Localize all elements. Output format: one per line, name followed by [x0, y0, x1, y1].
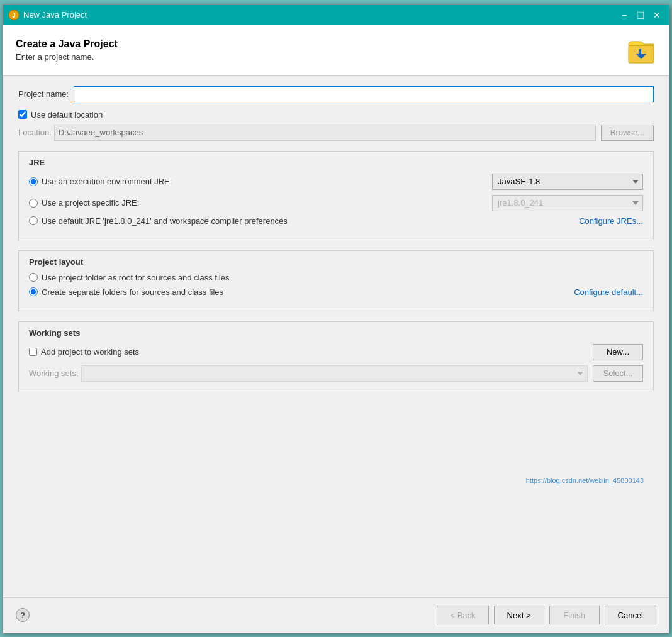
configure-default-link[interactable]: Configure default... — [574, 287, 643, 297]
jre-project-specific-row: Use a project specific JRE: jre1.8.0_241 — [29, 195, 643, 211]
location-label: Location: — [18, 128, 52, 137]
location-input — [54, 125, 596, 141]
header-section: Create a Java Project Enter a project na… — [3, 25, 669, 76]
jre-default-row: Use default JRE 'jre1.8.0_241' and works… — [29, 216, 643, 226]
layout-folder-root-radio[interactable] — [29, 273, 38, 282]
location-row: Location: Browse... — [18, 125, 654, 141]
bottom-right: < Back Next > Finish Cancel — [437, 606, 656, 624]
layout-folder-root-row: Use project folder as root for sources a… — [29, 273, 643, 282]
finish-button[interactable]: Finish — [549, 606, 600, 624]
header-subtitle: Enter a project name. — [16, 52, 118, 62]
jre-execution-env-row: Use an execution environment JRE: JavaSE… — [29, 174, 643, 190]
cancel-button[interactable]: Cancel — [605, 606, 656, 624]
working-sets-group: Working sets Add project to working sets… — [18, 321, 654, 391]
back-button[interactable]: < Back — [437, 606, 488, 624]
project-name-label: Project name: — [18, 89, 69, 99]
help-button[interactable]: ? — [16, 608, 30, 622]
project-name-input[interactable] — [74, 86, 654, 102]
browse-button[interactable]: Browse... — [601, 125, 654, 141]
add-project-to-ws-checkbox[interactable] — [29, 348, 37, 356]
layout-separate-folders-radio[interactable] — [29, 287, 38, 296]
restore-button[interactable]: ❑ — [634, 9, 647, 21]
project-layout-group: Project layout Use project folder as roo… — [18, 250, 654, 311]
jre-default-radio[interactable] — [29, 216, 38, 225]
title-bar-icon: J — [8, 9, 20, 21]
jre-project-specific-radio[interactable] — [29, 199, 38, 208]
header-text: Create a Java Project Enter a project na… — [16, 38, 118, 62]
watermark-text: https://blog.csdn.net/weixin_45800143 — [526, 477, 644, 484]
bottom-left: ? — [16, 608, 30, 622]
header-title: Create a Java Project — [16, 38, 118, 50]
jre-project-specific-label[interactable]: Use a project specific JRE: — [42, 198, 492, 208]
use-default-location-row: Use default location — [18, 110, 654, 119]
folder-icon — [626, 35, 656, 65]
jre-group-label: JRE — [29, 158, 643, 167]
project-name-row: Project name: — [18, 86, 654, 102]
jre-execution-env-dropdown[interactable]: JavaSE-1.8 JavaSE-11 JavaSE-14 — [492, 174, 643, 190]
minimize-button[interactable]: − — [617, 9, 631, 21]
configure-jres-link[interactable]: Configure JREs... — [579, 216, 643, 226]
use-default-location-checkbox[interactable] — [18, 110, 27, 119]
next-button[interactable]: Next > — [494, 606, 544, 624]
project-layout-label: Project layout — [29, 257, 643, 267]
working-sets-dropdown — [81, 365, 588, 382]
jre-execution-env-label[interactable]: Use an execution environment JRE: — [42, 177, 492, 186]
working-sets-dropdown-label: Working sets: — [29, 368, 79, 378]
title-bar-controls: − ❑ ✕ — [617, 9, 664, 21]
jre-default-label[interactable]: Use default JRE 'jre1.8.0_241' and works… — [42, 216, 579, 226]
jre-project-specific-dropdown[interactable]: jre1.8.0_241 — [492, 195, 643, 211]
working-sets-label: Working sets — [29, 328, 643, 338]
svg-text:J: J — [12, 12, 16, 19]
main-content: Project name: Use default location Locat… — [3, 76, 669, 597]
jre-group: JRE Use an execution environment JRE: Ja… — [18, 151, 654, 240]
title-bar-title: New Java Project — [23, 10, 617, 19]
watermark-area: https://blog.csdn.net/weixin_45800143 — [18, 401, 654, 489]
bottom-bar: ? < Back Next > Finish Cancel — [3, 597, 669, 633]
working-sets-add-row: Add project to working sets New... — [29, 344, 643, 360]
title-bar: J New Java Project − ❑ ✕ — [3, 5, 669, 25]
working-sets-select-row: Working sets: Select... — [29, 365, 643, 382]
jre-execution-env-radio[interactable] — [29, 177, 38, 186]
layout-separate-folders-label[interactable]: Create separate folders for sources and … — [42, 287, 574, 297]
layout-folder-root-label[interactable]: Use project folder as root for sources a… — [42, 273, 643, 282]
add-project-to-ws-label[interactable]: Add project to working sets — [41, 347, 139, 357]
new-working-set-button[interactable]: New... — [593, 344, 643, 360]
use-default-location-label[interactable]: Use default location — [31, 110, 103, 119]
close-button[interactable]: ✕ — [650, 9, 664, 21]
working-sets-left: Add project to working sets — [29, 347, 593, 357]
new-java-project-dialog: J New Java Project − ❑ ✕ Create a Java P… — [3, 4, 669, 633]
select-working-set-button[interactable]: Select... — [593, 365, 643, 382]
layout-separate-folders-row: Create separate folders for sources and … — [29, 287, 643, 297]
